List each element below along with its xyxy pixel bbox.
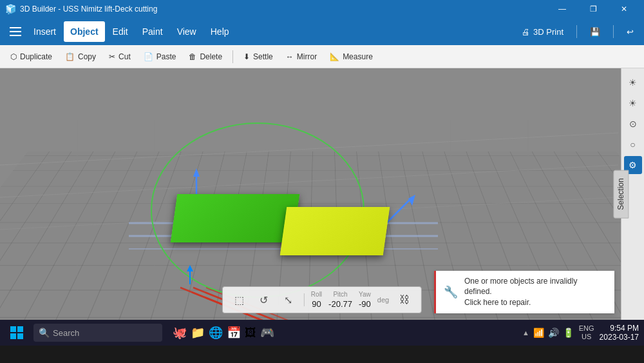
menu-view[interactable]: View <box>171 21 203 42</box>
paste-button[interactable]: 📄 Paste <box>138 48 182 66</box>
mirror-label: Mirror <box>297 52 317 61</box>
ham-line <box>10 35 21 36</box>
paste-icon: 📄 <box>144 52 153 61</box>
measure-button[interactable]: 📐 Measure <box>325 48 378 66</box>
minimize-button[interactable]: — <box>547 0 577 18</box>
ham-line <box>10 27 21 28</box>
taskbar-icon-folder[interactable]: 📁 <box>191 326 205 340</box>
menu-edit[interactable]: Edit <box>106 21 135 42</box>
panel-circle-icon[interactable]: ○ <box>624 135 642 153</box>
save-button[interactable]: 💾 <box>585 25 605 39</box>
warning-line1: One or more objects are invalidly define… <box>464 277 577 297</box>
tray-sound-icon[interactable]: 🔊 <box>548 328 559 338</box>
settle-button[interactable]: ⬇ Settle <box>238 48 278 66</box>
menu-insert[interactable]: Insert <box>27 21 62 42</box>
taskbar-icon-photos[interactable]: 🖼 <box>245 326 256 340</box>
ham-line <box>10 31 21 32</box>
duplicate-label: Duplicate <box>20 52 52 61</box>
panel-orbit-icon[interactable]: ⊙ <box>624 115 642 133</box>
transform-bar: ⬚ ↺ ⤡ Roll 90 Pitch -20.77 Yaw -90 deg ⛓ <box>222 286 422 313</box>
titlebar-controls: — ❐ ✕ <box>547 0 639 18</box>
menubar-right: 🖨 3D Print 💾 ↩ <box>516 25 639 39</box>
transform-link-icon[interactable]: ⛓ <box>395 291 413 309</box>
taskbar-icon-calendar[interactable]: 📅 <box>227 326 241 340</box>
menubar-divider2 <box>613 25 614 38</box>
menu-help[interactable]: Help <box>204 21 236 42</box>
clock-date: 2023-03-17 <box>600 333 639 342</box>
statusbar: 🔍 🐙 📁 🌐 📅 🖼 🎮 ▲ 📶 🔊 🔋 ENG US 9:54 PM 202… <box>0 320 644 346</box>
language-block[interactable]: ENG US <box>579 324 594 341</box>
transform-unit: deg <box>377 296 389 304</box>
taskbar-icons: 🐙 📁 🌐 📅 🖼 🎮 <box>173 326 274 340</box>
transform-separator <box>304 293 305 306</box>
copy-button[interactable]: 📋 Copy <box>60 48 101 66</box>
yellow-object[interactable] <box>280 207 390 255</box>
3dprint-label: 3D Print <box>533 27 564 37</box>
warning-line2[interactable]: Click here to repair. <box>464 298 531 307</box>
taskbar-icon-edge[interactable]: 🌐 <box>209 326 223 340</box>
delete-label: Delete <box>200 52 222 61</box>
green-object[interactable] <box>171 194 300 242</box>
save-icon: 💾 <box>590 27 600 37</box>
search-bar[interactable]: 🔍 <box>33 324 162 342</box>
svg-rect-23 <box>17 333 23 339</box>
printer-icon: 🖨 <box>522 27 530 37</box>
tray-arrow-icon[interactable]: ▲ <box>522 329 529 337</box>
toolbar: ⬡ Duplicate 📋 Copy ✂ Cut 📄 Paste 🗑 Delet… <box>0 45 644 68</box>
titlebar: 🧊 3D Builder - USS Nimitz lift-Deck cutt… <box>0 0 644 18</box>
undo-button[interactable]: ↩ <box>621 25 639 39</box>
svg-rect-20 <box>10 326 16 332</box>
copy-label: Copy <box>78 52 96 61</box>
transform-reset-icon[interactable]: ↺ <box>255 291 273 309</box>
yaw-label: Yaw <box>359 291 371 298</box>
delete-button[interactable]: 🗑 Delete <box>184 48 227 66</box>
pitch-label: Pitch <box>333 291 347 298</box>
svg-rect-21 <box>17 326 23 332</box>
tray-wifi-icon[interactable]: 📶 <box>533 328 544 338</box>
system-tray: ▲ 📶 🔊 🔋 <box>522 328 574 338</box>
duplicate-button[interactable]: ⬡ Duplicate <box>5 48 57 66</box>
tray-battery-icon[interactable]: 🔋 <box>563 328 574 338</box>
app-icon: 🧊 <box>5 4 16 14</box>
close-button[interactable]: ✕ <box>609 0 639 18</box>
toolbar-separator <box>232 50 233 63</box>
taskbar-icon-store[interactable]: 🐙 <box>173 326 187 340</box>
warning-panel[interactable]: 🔧 One or more objects are invalidly defi… <box>434 271 614 313</box>
selection-tab[interactable]: Selection <box>613 170 629 218</box>
clock[interactable]: 9:54 PM 2023-03-17 <box>600 324 639 342</box>
cut-label: Cut <box>118 52 131 61</box>
transform-resize-icon[interactable]: ⤡ <box>279 291 298 309</box>
cut-icon: ✂ <box>109 52 115 61</box>
taskbar-icon-game[interactable]: 🎮 <box>260 326 274 340</box>
measure-label: Measure <box>343 52 373 61</box>
maximize-button[interactable]: ❐ <box>578 0 608 18</box>
search-input[interactable] <box>53 328 143 338</box>
lang-label: ENG <box>579 324 594 333</box>
windows-logo <box>10 326 23 339</box>
cut-button[interactable]: ✂ Cut <box>104 48 136 66</box>
3dprint-button[interactable]: 🖨 3D Print <box>516 25 569 39</box>
undo-icon: ↩ <box>627 27 634 37</box>
titlebar-left: 🧊 3D Builder - USS Nimitz lift-Deck cutt… <box>5 4 157 14</box>
menu-paint[interactable]: Paint <box>136 21 169 42</box>
menubar: Insert Object Edit Paint View Help 🖨 3D … <box>0 18 644 45</box>
paste-label: Paste <box>156 52 176 61</box>
wrench-icon: 🔧 <box>444 285 458 299</box>
yaw-value: -90 <box>359 299 371 309</box>
clock-time: 9:54 PM <box>610 324 639 333</box>
search-icon: 🔍 <box>39 328 50 338</box>
transform-place-icon[interactable]: ⬚ <box>231 291 249 309</box>
measure-icon: 📐 <box>330 52 339 61</box>
svg-rect-22 <box>10 333 16 339</box>
menu-object[interactable]: Object <box>64 21 105 42</box>
viewport[interactable]: ☀ ☀ ⊙ ○ ⚙ Selection ⬚ ↺ ⤡ Roll 90 Pitch … <box>0 68 644 320</box>
roll-value: 90 <box>312 299 321 309</box>
duplicate-icon: ⬡ <box>10 52 17 61</box>
mirror-button[interactable]: ↔ Mirror <box>281 48 322 66</box>
settle-label: Settle <box>253 52 273 61</box>
start-button[interactable] <box>5 321 28 344</box>
hamburger-menu[interactable] <box>5 21 26 42</box>
panel-sun2-icon[interactable]: ☀ <box>624 94 642 112</box>
panel-sun-icon[interactable]: ☀ <box>624 74 642 92</box>
settle-icon: ⬇ <box>243 52 250 61</box>
